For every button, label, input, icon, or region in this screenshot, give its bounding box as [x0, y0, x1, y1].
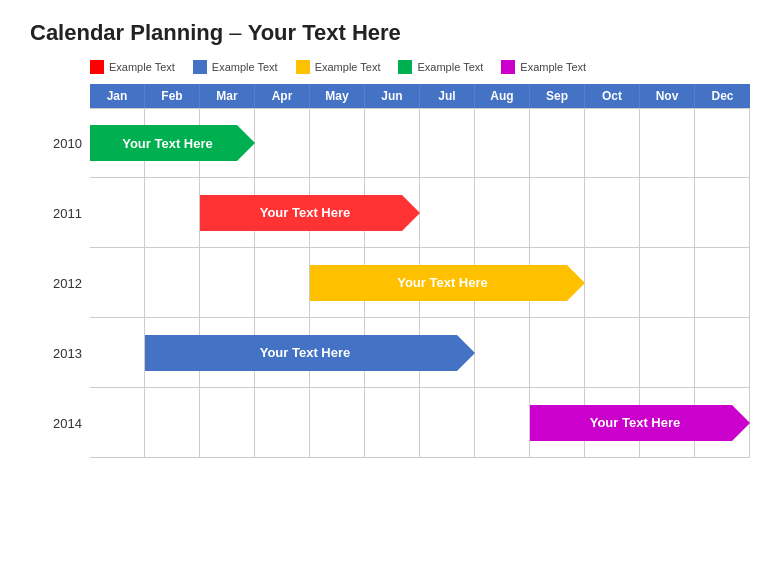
cell-2010-col5 [365, 109, 420, 179]
cell-2011-col7 [475, 178, 530, 248]
title-prefix: Calendar Planning [30, 20, 223, 45]
cell-2014-col2 [200, 388, 255, 458]
header-month-jan: Jan [90, 84, 145, 108]
bar-tip-2010 [237, 125, 255, 161]
title-suffix: Your Text Here [248, 20, 401, 45]
gantt-header: JanFebMarAprMayJunJulAugSepOctNovDec [90, 84, 750, 108]
legend-color-2 [296, 60, 310, 74]
legend-label-0: Example Text [109, 61, 175, 73]
cell-2011-col0 [90, 178, 145, 248]
cell-2010-col7 [475, 109, 530, 179]
legend-label-4: Example Text [520, 61, 586, 73]
cell-2014-col5 [365, 388, 420, 458]
bar-rect-2011: Your Text Here [200, 195, 402, 231]
cell-2010-col3 [255, 109, 310, 179]
legend-color-3 [398, 60, 412, 74]
header-month-nov: Nov [640, 84, 695, 108]
legend-label-3: Example Text [417, 61, 483, 73]
legend-item-2: Example Text [296, 60, 381, 74]
legend-color-0 [90, 60, 104, 74]
row-year-2013: 2013 [32, 345, 82, 360]
header-month-apr: Apr [255, 84, 310, 108]
gantt-body: 2010Your Text Here2011Your Text Here2012… [90, 108, 750, 458]
row-year-2014: 2014 [32, 415, 82, 430]
cell-2010-col4 [310, 109, 365, 179]
legend-item-3: Example Text [398, 60, 483, 74]
bar-tip-2012 [567, 265, 585, 301]
cell-2013-col11 [695, 318, 750, 388]
header-month-may: May [310, 84, 365, 108]
bar-rect-2014: Your Text Here [530, 405, 732, 441]
bar-2010: Your Text Here [90, 125, 255, 161]
gantt-row-2012: 2012Your Text Here [90, 248, 750, 318]
bar-2013: Your Text Here [145, 335, 475, 371]
legend-color-1 [193, 60, 207, 74]
legend-item-0: Example Text [90, 60, 175, 74]
cell-2013-col10 [640, 318, 695, 388]
header-month-oct: Oct [585, 84, 640, 108]
cell-2010-col10 [640, 109, 695, 179]
cell-2010-col9 [585, 109, 640, 179]
cell-2011-col9 [585, 178, 640, 248]
header-month-mar: Mar [200, 84, 255, 108]
gantt-row-2010: 2010Your Text Here [90, 108, 750, 178]
cell-2012-col3 [255, 248, 310, 318]
cell-2012-col9 [585, 248, 640, 318]
legend-color-4 [501, 60, 515, 74]
header-month-aug: Aug [475, 84, 530, 108]
bar-tip-2011 [402, 195, 420, 231]
page-title: Calendar Planning – Your Text Here [30, 20, 750, 46]
bar-2014: Your Text Here [530, 405, 750, 441]
row-year-2011: 2011 [32, 205, 82, 220]
bar-2011: Your Text Here [200, 195, 420, 231]
bar-tip-2014 [732, 405, 750, 441]
bar-2012: Your Text Here [310, 265, 585, 301]
legend-label-1: Example Text [212, 61, 278, 73]
cell-2012-col11 [695, 248, 750, 318]
page: Calendar Planning – Your Text Here Examp… [0, 0, 780, 585]
cell-2014-col6 [420, 388, 475, 458]
row-year-2010: 2010 [32, 136, 82, 151]
header-month-dec: Dec [695, 84, 750, 108]
cell-2011-col10 [640, 178, 695, 248]
cell-2013-col8 [530, 318, 585, 388]
cell-2011-col1 [145, 178, 200, 248]
cell-2012-col0 [90, 248, 145, 318]
cell-2010-col6 [420, 109, 475, 179]
cell-2013-col0 [90, 318, 145, 388]
title-dash: – [223, 20, 247, 45]
cell-2014-col3 [255, 388, 310, 458]
bar-rect-2010: Your Text Here [90, 125, 237, 161]
legend: Example TextExample TextExample TextExam… [90, 60, 750, 74]
cell-2013-col7 [475, 318, 530, 388]
row-year-2012: 2012 [32, 275, 82, 290]
cell-2013-col9 [585, 318, 640, 388]
cell-2012-col10 [640, 248, 695, 318]
cell-2010-col11 [695, 109, 750, 179]
cell-2012-col2 [200, 248, 255, 318]
header-month-feb: Feb [145, 84, 200, 108]
gantt-row-2011: 2011Your Text Here [90, 178, 750, 248]
cell-2010-col8 [530, 109, 585, 179]
cell-2012-col1 [145, 248, 200, 318]
cell-2011-col6 [420, 178, 475, 248]
bar-rect-2012: Your Text Here [310, 265, 567, 301]
gantt-row-2013: 2013Your Text Here [90, 318, 750, 388]
cell-2014-col7 [475, 388, 530, 458]
gantt-wrapper: JanFebMarAprMayJunJulAugSepOctNovDec 201… [90, 84, 750, 458]
header-month-jul: Jul [420, 84, 475, 108]
cell-2011-col8 [530, 178, 585, 248]
cell-2014-col4 [310, 388, 365, 458]
legend-item-4: Example Text [501, 60, 586, 74]
bar-rect-2013: Your Text Here [145, 335, 457, 371]
gantt-row-2014: 2014Your Text Here [90, 388, 750, 458]
legend-label-2: Example Text [315, 61, 381, 73]
bar-tip-2013 [457, 335, 475, 371]
header-month-jun: Jun [365, 84, 420, 108]
cell-2014-col0 [90, 388, 145, 458]
header-month-sep: Sep [530, 84, 585, 108]
cell-2011-col11 [695, 178, 750, 248]
legend-item-1: Example Text [193, 60, 278, 74]
cell-2014-col1 [145, 388, 200, 458]
